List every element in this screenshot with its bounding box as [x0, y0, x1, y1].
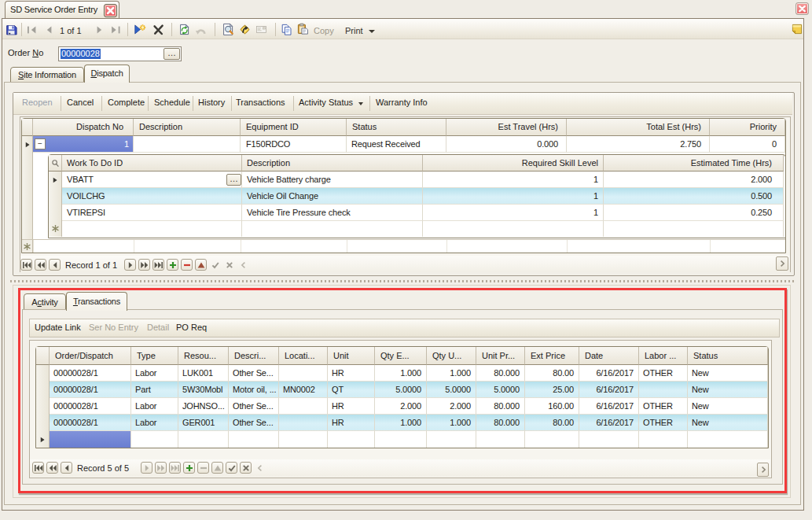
column-header[interactable]: Required Skill Level — [423, 155, 604, 171]
tab-site-information[interactable]: Site Information — [10, 67, 84, 83]
column-header[interactable]: Status — [347, 119, 446, 136]
note-icon[interactable] — [792, 24, 803, 35]
unit-cell: HR — [328, 415, 375, 431]
grid-more-button[interactable] — [776, 256, 788, 271]
dispatch-action-cancel[interactable]: Cancel — [67, 98, 94, 107]
new-record-icon[interactable] — [133, 24, 146, 35]
column-header[interactable]: Total Est (Hrs) — [567, 119, 710, 136]
move-up-button[interactable] — [195, 259, 207, 271]
dispatch-action-activity-status[interactable]: Activity Status — [299, 98, 353, 107]
tx-action-po-req[interactable]: PO Req — [176, 323, 207, 332]
location-cell: MN0002 — [279, 382, 328, 398]
unit-price-cell: 80.000 — [476, 365, 525, 382]
nav-previous-record-button[interactable] — [49, 259, 61, 271]
column-header[interactable]: Labor ... — [639, 347, 688, 365]
nav-fast-previous-button[interactable] — [46, 462, 58, 474]
nav-last-icon[interactable] — [110, 24, 122, 35]
save-icon[interactable] — [6, 24, 17, 35]
type-cell: Labor — [131, 415, 178, 431]
column-header[interactable]: Estimated Time (Hrs) — [604, 155, 784, 171]
window-close-button[interactable] — [795, 2, 809, 15]
print-preview-icon[interactable] — [222, 23, 235, 36]
row-filter-icon[interactable] — [51, 159, 60, 168]
nav-previous-icon[interactable] — [43, 24, 54, 35]
button-bar-separator — [193, 96, 193, 111]
column-header[interactable]: Qty E... — [375, 347, 427, 365]
tab-activity[interactable]: Activity — [24, 293, 66, 311]
grid-more-button[interactable] — [757, 463, 769, 477]
tx-action-update-link[interactable]: Update Link — [35, 323, 81, 332]
print-button[interactable]: Print — [345, 26, 363, 35]
tab-dispatch[interactable]: Dispatch — [84, 65, 130, 83]
undo-icon[interactable] — [195, 24, 207, 35]
description-cell: Other Se... — [229, 415, 279, 431]
dispatch-action-schedule[interactable]: Schedule — [154, 98, 190, 107]
unit-cell: QT — [328, 382, 375, 398]
work-to-do-lookup-button[interactable]: … — [226, 174, 241, 186]
tab-transactions[interactable]: Transactions — [66, 292, 127, 311]
column-header[interactable]: Work To Do ID — [62, 155, 242, 171]
column-header[interactable]: Unit Pr... — [476, 347, 525, 365]
grid-corner-cell — [36, 347, 50, 365]
column-header[interactable]: Equipment ID — [241, 119, 347, 136]
move-up-button[interactable] — [211, 462, 223, 474]
splitter-handle[interactable] — [10, 280, 796, 282]
column-header[interactable]: Date — [579, 347, 639, 365]
document-tab[interactable]: SD Service Order Entry — [5, 1, 119, 19]
column-header[interactable]: Qty U... — [427, 347, 476, 365]
dispatch-action-transactions[interactable]: Transactions — [236, 98, 285, 107]
nav-next-record-button[interactable] — [124, 259, 136, 271]
activity-status-dropdown-icon[interactable] — [358, 102, 363, 108]
column-header[interactable]: Descri... — [229, 347, 279, 365]
tab-close-icon[interactable] — [104, 4, 117, 17]
empty-cell — [604, 221, 784, 237]
process-icon[interactable] — [238, 23, 252, 36]
paste-icon[interactable] — [296, 23, 310, 35]
dispatch-action-history[interactable]: History — [198, 98, 225, 107]
nav-last-record-button[interactable] — [152, 259, 164, 271]
column-header[interactable]: Resou... — [178, 347, 229, 365]
cancel-edit-button[interactable] — [240, 462, 252, 474]
copy-button[interactable]: Copy — [314, 26, 334, 35]
nav-first-record-button[interactable] — [20, 259, 32, 271]
dispatch-action-complete[interactable]: Complete — [108, 98, 145, 107]
column-header[interactable]: Type — [131, 347, 178, 365]
delete-record-button[interactable] — [197, 462, 209, 474]
nav-fast-next-button[interactable] — [138, 259, 150, 271]
column-header[interactable]: Description — [242, 155, 423, 171]
copy-icon[interactable] — [281, 24, 292, 35]
status-cell: New — [688, 382, 768, 398]
nav-fast-previous-button[interactable] — [35, 259, 46, 271]
nav-first-icon[interactable] — [26, 24, 37, 35]
delete-icon[interactable] — [152, 24, 164, 35]
unit-price-cell: 5.0000 — [476, 382, 525, 398]
column-header[interactable]: Ext Price — [525, 347, 579, 365]
nav-first-record-button[interactable] — [32, 462, 44, 474]
add-record-button[interactable] — [183, 462, 195, 474]
order-no-lookup-button[interactable]: … — [164, 48, 180, 60]
column-header[interactable]: Unit — [328, 347, 375, 365]
nav-next-icon[interactable] — [94, 24, 105, 35]
commit-record-button[interactable] — [226, 462, 237, 474]
nav-last-record-button[interactable] — [169, 462, 181, 474]
mail-icon[interactable] — [255, 24, 268, 35]
refresh-icon[interactable] — [178, 24, 190, 35]
dispatch-action-warranty-info[interactable]: Warranty Info — [376, 98, 428, 107]
row-separator — [22, 239, 785, 240]
nav-fast-next-button[interactable] — [155, 462, 167, 474]
tab-label: ispatch — [97, 68, 123, 78]
print-dropdown-icon[interactable] — [369, 30, 375, 36]
column-header[interactable]: Order/Dispatch — [50, 347, 131, 365]
add-record-button[interactable] — [167, 259, 178, 271]
nav-previous-record-button[interactable] — [61, 462, 72, 474]
column-header[interactable]: Est Travel (Hrs) — [446, 119, 567, 136]
column-header[interactable]: Locati... — [279, 347, 328, 365]
column-header[interactable]: Status — [688, 347, 768, 365]
column-header[interactable]: Description — [134, 119, 241, 136]
collapse-row-button[interactable]: − — [35, 138, 46, 149]
column-header[interactable]: Priority — [710, 119, 785, 136]
nav-next-record-button[interactable] — [141, 462, 152, 474]
delete-record-button[interactable] — [181, 259, 193, 271]
column-header[interactable]: Dispatch No — [33, 119, 134, 136]
order-no-input[interactable]: 00000028 … — [58, 46, 182, 61]
